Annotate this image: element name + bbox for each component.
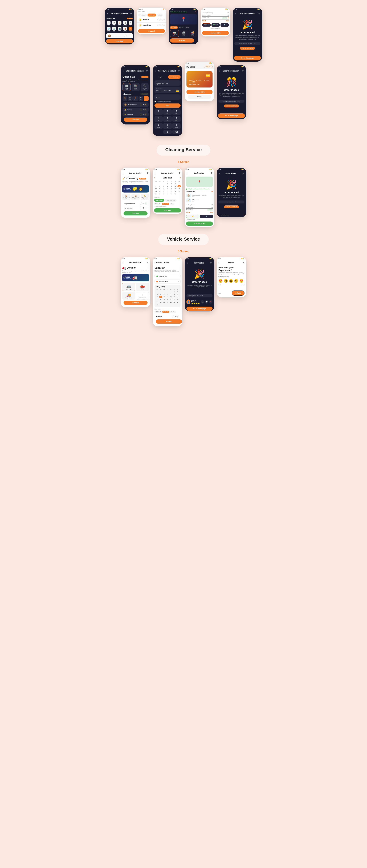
time-1100[interactable]: 11:00 AM xyxy=(147,13,156,17)
add-new-btn[interactable]: + Add New xyxy=(204,66,213,68)
back-icon-v1[interactable]: ‹ xyxy=(122,261,123,264)
gear-icon-c1[interactable]: ⚙ xyxy=(147,172,148,174)
back-icon-1[interactable]: ‹ xyxy=(107,12,108,15)
cal-12[interactable]: 12 xyxy=(154,188,158,190)
cal-13[interactable]: 13 xyxy=(158,188,162,190)
dec-person[interactable]: - xyxy=(140,203,142,205)
cal-21[interactable]: 21 xyxy=(162,190,165,192)
pay-method-card[interactable]: 💳 Card xyxy=(202,23,211,27)
add-btn-pay[interactable]: Add xyxy=(154,103,180,107)
save-card-checkbox[interactable] xyxy=(154,101,156,102)
cal-10[interactable]: 10 xyxy=(173,185,177,187)
cal-1[interactable]: 1 xyxy=(166,182,169,185)
key-8[interactable]: 8TUV xyxy=(163,123,171,129)
calendar-btn-1[interactable]: ADD TO CALENDER xyxy=(240,47,255,50)
emoji-3[interactable]: 😐 xyxy=(229,279,233,283)
cal-20[interactable]: 20 xyxy=(158,190,162,192)
dec-elec-2[interactable]: - xyxy=(140,113,142,116)
late-morning-tab[interactable]: Late Morning xyxy=(165,199,176,202)
proceed-btn-v1[interactable]: Proceed xyxy=(123,301,147,305)
icon-ac[interactable]: ❄AC xyxy=(128,21,133,26)
skip-btn[interactable]: Skip xyxy=(219,292,221,294)
back-icon-oc[interactable]: ‹ xyxy=(219,69,220,72)
confirm-btn-card[interactable]: Confirm ($34) xyxy=(187,90,213,94)
loading-point-input[interactable]: Loading Point › xyxy=(154,274,180,278)
gear-icon-v3[interactable]: ⚙ xyxy=(210,261,212,264)
cal-3[interactable]: 3 xyxy=(173,182,177,185)
decrement-electrician[interactable]: - xyxy=(158,24,160,26)
close-icon[interactable]: ✕ xyxy=(195,11,197,13)
c-pay-card[interactable]: 💳 xyxy=(186,215,199,218)
chat-icon-v[interactable]: 💬 xyxy=(205,300,208,304)
tab-large[interactable]: Large xyxy=(185,26,190,29)
key-7[interactable]: 7PQRS xyxy=(154,123,163,129)
afternoon-tab[interactable]: Afternoon xyxy=(154,199,164,202)
next-month[interactable]: › xyxy=(180,177,181,179)
unloading-point-input[interactable]: Unloading Point › xyxy=(154,279,180,284)
c-time-1100[interactable]: 11:00 AM xyxy=(162,203,169,205)
v-time-1200[interactable]: 12:00... xyxy=(170,311,176,313)
cal-30[interactable]: 30 xyxy=(170,193,173,195)
back-icon-v2[interactable]: ‹ xyxy=(154,261,156,264)
gear-icon-c2[interactable]: ⚙ xyxy=(179,172,180,174)
key-9[interactable]: 9WXYZ xyxy=(172,123,180,129)
back-icon-c1[interactable]: ‹ xyxy=(122,172,123,175)
dec-hours[interactable]: - xyxy=(140,207,142,209)
truck-pickup[interactable]: 🚐 Pickup 1.5 ton xyxy=(179,30,188,37)
custom-btn[interactable]: + Custom xyxy=(141,76,148,78)
back-icon-c3[interactable]: ‹ xyxy=(187,172,187,175)
gear-icon-c3[interactable]: ⚙ xyxy=(210,172,213,174)
gear-icon-v1[interactable]: ⚙ xyxy=(147,261,148,264)
inc-workers-v[interactable]: + xyxy=(176,315,179,317)
proceed-btn-c2[interactable]: Proceed xyxy=(154,208,181,213)
truck-mini[interactable]: 🚛 Mini Truck +18 ton xyxy=(170,30,179,37)
gear-icon-oc[interactable]: ⚙ xyxy=(242,70,244,72)
cal-27[interactable]: 27 xyxy=(158,193,162,195)
truck-large[interactable]: 🚚 Large 1.5 ton xyxy=(189,30,197,37)
c-time-700[interactable]: 07:00 AM xyxy=(154,203,162,205)
key-5[interactable]: 5JKL xyxy=(163,116,171,122)
inc-person[interactable]: + xyxy=(145,203,147,205)
cal-11-active[interactable]: 11 xyxy=(177,185,181,187)
cal-23[interactable]: 23 xyxy=(170,190,173,192)
settings-icon-5[interactable]: ⚙ xyxy=(258,12,260,14)
house-3b1k-2[interactable]: 🏠 3 Bedrooms, 1 Kitchen xyxy=(131,194,140,200)
house-3b1k-1[interactable]: 🏠 3 Bedrooms, 1 Kitchen xyxy=(122,194,131,200)
cal-28[interactable]: 28 xyxy=(162,193,165,195)
back-icon-v4[interactable]: ‹ xyxy=(219,261,219,264)
decrement-packed[interactable]: - xyxy=(124,35,126,37)
calendar-btn-2[interactable]: ADD TO CALENDER xyxy=(224,104,239,107)
custom-order-card[interactable]: + Custom Order xyxy=(136,292,149,300)
emoji-4[interactable]: 😕 xyxy=(234,279,238,283)
cal-17[interactable]: 17 xyxy=(173,188,177,190)
dec-workers-v[interactable]: - xyxy=(172,315,174,317)
cal-18[interactable]: 18 xyxy=(177,188,181,190)
cal-8[interactable]: 8 xyxy=(166,185,169,187)
back-icon-c2[interactable]: ‹ xyxy=(154,172,156,175)
prev-month[interactable]: ‹ xyxy=(154,177,155,179)
inc-elec-2[interactable]: + xyxy=(144,113,147,116)
cal-29[interactable]: 29 xyxy=(166,193,169,195)
cleaning-op-homepage[interactable]: Go to Homepage xyxy=(219,214,229,216)
gear-icon-c4[interactable]: ⚙ xyxy=(242,172,244,175)
cal-2[interactable]: 2 xyxy=(170,182,173,185)
proceed-btn-1[interactable]: Proceed xyxy=(106,39,133,43)
settings-icon-1[interactable]: ⚙ xyxy=(130,12,132,14)
back-icon-c4[interactable]: ‹ xyxy=(219,172,220,175)
tab-pickup[interactable]: Pickup xyxy=(178,26,184,29)
increment-packed[interactable]: + xyxy=(129,35,131,37)
inc-packed-2[interactable]: + xyxy=(144,103,147,106)
item-ac[interactable]: ❄AC xyxy=(139,96,143,101)
submit-btn[interactable]: Submit xyxy=(232,290,245,296)
back-icon-5[interactable]: ‹ xyxy=(235,12,236,15)
back-icon-os[interactable]: ‹ xyxy=(123,69,124,72)
item-sofa[interactable]: 🛋Sofa xyxy=(128,96,133,101)
c-pay-other[interactable]: 🅿️ xyxy=(200,215,213,218)
date-field[interactable]: Date 01/25 xyxy=(154,94,180,100)
pay-method-cash[interactable]: 💵 Cash xyxy=(211,23,220,27)
cal-19[interactable]: 19 xyxy=(154,190,158,192)
confirm-btn-c[interactable]: Confirm ($15) xyxy=(186,221,213,226)
cal-22[interactable]: 22 xyxy=(166,190,169,192)
gear-icon-os[interactable]: ⚙ xyxy=(146,70,148,72)
calendar-btn-c[interactable]: ADD TO CALENDER xyxy=(224,205,239,208)
